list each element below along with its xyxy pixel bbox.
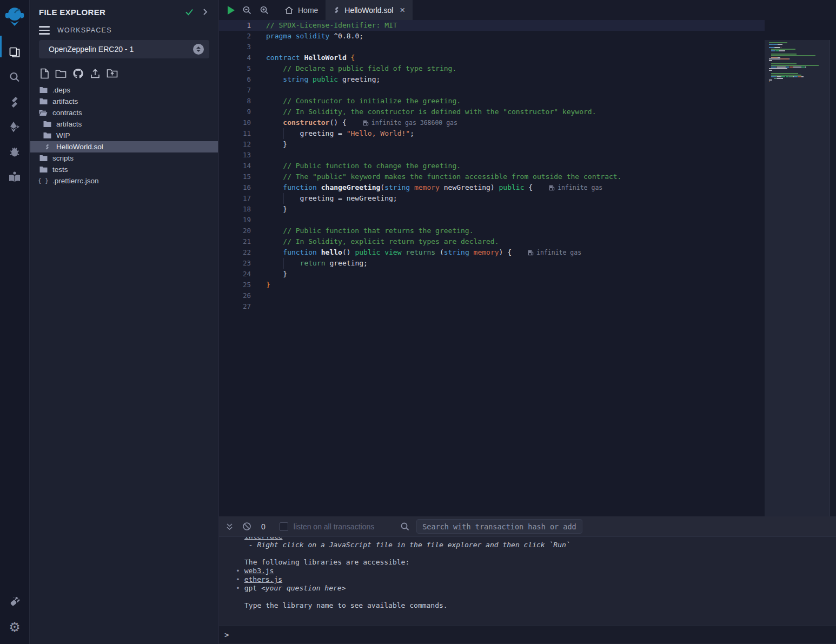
code-line-6[interactable]: 6 string public greeting; xyxy=(219,74,765,85)
code-line-16[interactable]: 16 function changeGreeting(string memory… xyxy=(219,182,765,193)
code-line-24[interactable]: 24 } xyxy=(219,269,765,280)
code-line-1[interactable]: 1// SPDX-License-Identifier: MIT xyxy=(219,20,765,31)
load-folder-icon[interactable] xyxy=(107,68,118,78)
code-area: 1// SPDX-License-Identifier: MIT2pragma … xyxy=(219,20,765,516)
code-line-19[interactable]: 19 xyxy=(219,215,765,225)
file-explorer-icon[interactable] xyxy=(0,40,30,65)
tree-item--deps[interactable]: .deps xyxy=(30,84,218,96)
code-text: function changeGreeting(string memory ne… xyxy=(266,182,602,193)
code-line-3[interactable]: 3 xyxy=(219,42,765,52)
code-line-7[interactable]: 7 xyxy=(219,85,765,96)
workspace-caret-icon[interactable] xyxy=(193,44,204,55)
minimap[interactable] xyxy=(769,42,826,86)
code-line-22[interactable]: 22 function hello() public view returns … xyxy=(219,247,765,258)
tree-item-helloworld-sol[interactable]: HelloWorld.sol xyxy=(30,141,218,152)
code-line-10[interactable]: 10 constructor() {infinite gas 368600 ga… xyxy=(219,117,765,128)
workspace-select[interactable]: OpenZeppelin ERC20 - 1 xyxy=(39,40,209,58)
tree-item-artifacts[interactable]: artifacts xyxy=(30,96,218,107)
editor-tabbar: Home HelloWorld.sol × xyxy=(219,0,836,20)
code-line-26[interactable]: 26 xyxy=(219,290,765,301)
code-text: // In Solidity, explicit return types ar… xyxy=(266,236,499,247)
tree-item-contracts[interactable]: contracts xyxy=(30,107,218,118)
workspaces-menu-icon[interactable] xyxy=(39,26,50,35)
terminal-link[interactable]: web3.js xyxy=(244,567,274,575)
code-line-13[interactable]: 13 xyxy=(219,150,765,161)
remix-logo-icon[interactable] xyxy=(0,4,30,29)
line-number: 20 xyxy=(219,225,251,236)
collapse-terminal-icon[interactable] xyxy=(225,522,234,531)
tree-item-scripts[interactable]: scripts xyxy=(30,152,218,164)
code-line-21[interactable]: 21 // In Solidity, explicit return types… xyxy=(219,236,765,247)
debugger-icon[interactable] xyxy=(0,140,30,164)
listen-transactions-checkbox[interactable] xyxy=(280,522,288,531)
line-number: 17 xyxy=(219,193,251,204)
tab-home[interactable]: Home xyxy=(277,0,326,20)
check-icon[interactable] xyxy=(184,7,194,17)
plugin-manager-icon[interactable] xyxy=(0,590,30,615)
file-explorer-toolbar xyxy=(30,58,218,83)
terminal-line: • gpt <your question here> xyxy=(244,584,836,593)
code-line-14[interactable]: 14 // Public function to change the gree… xyxy=(219,161,765,171)
zoom-out-icon[interactable] xyxy=(242,5,252,15)
code-line-17[interactable]: 17 greeting = newGreeting; xyxy=(219,193,765,204)
tree-item-artifacts[interactable]: artifacts xyxy=(30,118,218,130)
code-line-20[interactable]: 20 // Public function that returns the g… xyxy=(219,225,765,236)
learneth-icon[interactable] xyxy=(0,164,30,189)
code-line-15[interactable]: 15 // The "public" keyword makes the fun… xyxy=(219,171,765,182)
home-icon xyxy=(284,6,294,15)
new-folder-icon[interactable] xyxy=(55,69,67,78)
code-line-8[interactable]: 8 // Constructor to initialize the greet… xyxy=(219,96,765,107)
code-line-4[interactable]: 4contract HelloWorld { xyxy=(219,52,765,63)
terminal-output[interactable]: interface - Right click on a JavaScript … xyxy=(219,537,836,626)
chevron-right-icon[interactable] xyxy=(201,8,209,16)
deploy-run-icon[interactable] xyxy=(0,115,30,140)
code-line-18[interactable]: 18 } xyxy=(219,204,765,215)
code-line-25[interactable]: 25} xyxy=(219,280,765,290)
workspace-name: OpenZeppelin ERC20 - 1 xyxy=(49,45,193,54)
code-text: // Public function to change the greetin… xyxy=(266,161,461,171)
github-icon[interactable] xyxy=(72,68,84,79)
tree-item-wip[interactable]: WIP xyxy=(30,130,218,141)
code-text: // Declare a public field of type string… xyxy=(266,63,456,74)
tree-item-label: tests xyxy=(52,165,68,174)
line-number: 8 xyxy=(219,96,251,107)
tree-item-tests[interactable]: tests xyxy=(30,164,218,175)
solidity-compiler-icon[interactable] xyxy=(0,90,30,115)
editor-scrollbar[interactable] xyxy=(830,40,836,516)
folder-icon xyxy=(39,166,48,173)
code-line-12[interactable]: 12 } xyxy=(219,139,765,150)
terminal-line: • web3.js xyxy=(244,567,836,575)
line-number: 11 xyxy=(219,128,251,139)
code-line-11[interactable]: 11 greeting = "Hello, World!"; xyxy=(219,128,765,139)
code-text: } xyxy=(266,204,287,215)
terminal-search-input[interactable] xyxy=(416,519,582,534)
run-script-icon[interactable] xyxy=(228,6,235,15)
tree-item-label: artifacts xyxy=(56,120,82,128)
settings-gear-icon[interactable]: ⚙ xyxy=(0,615,30,640)
terminal-link[interactable]: interface xyxy=(244,537,282,540)
code-line-9[interactable]: 9 // In Solidity, the constructor is def… xyxy=(219,107,765,117)
code-text: } xyxy=(266,269,287,280)
line-number: 19 xyxy=(219,215,251,225)
close-tab-icon[interactable]: × xyxy=(400,5,405,16)
code-line-27[interactable]: 27 xyxy=(219,301,765,312)
new-file-icon[interactable] xyxy=(40,68,49,79)
search-icon[interactable] xyxy=(0,65,30,90)
terminal-prompt-row[interactable]: > xyxy=(219,626,836,643)
tree-item-label: artifacts xyxy=(52,97,78,105)
code-editor[interactable]: 1// SPDX-License-Identifier: MIT2pragma … xyxy=(219,20,836,516)
tree-item--prettierrc-json[interactable]: { }.prettierrc.json xyxy=(30,175,218,187)
code-line-2[interactable]: 2pragma solidity ^0.8.0; xyxy=(219,31,765,42)
clear-console-icon[interactable] xyxy=(242,522,251,531)
terminal-link[interactable]: ethers.js xyxy=(244,575,282,583)
code-line-5[interactable]: 5 // Declare a public field of type stri… xyxy=(219,63,765,74)
active-plugin-indicator xyxy=(0,36,2,57)
line-number: 1 xyxy=(219,20,251,31)
tab-helloworld-sol[interactable]: HelloWorld.sol × xyxy=(326,0,413,20)
publish-icon[interactable] xyxy=(90,68,101,79)
code-text: greeting = newGreeting; xyxy=(266,193,397,204)
code-line-23[interactable]: 23 return greeting; xyxy=(219,258,765,269)
zoom-in-icon[interactable] xyxy=(260,5,269,15)
code-text: // The "public" keyword makes the functi… xyxy=(266,171,621,182)
code-text: greeting = "Hello, World!"; xyxy=(266,128,414,139)
